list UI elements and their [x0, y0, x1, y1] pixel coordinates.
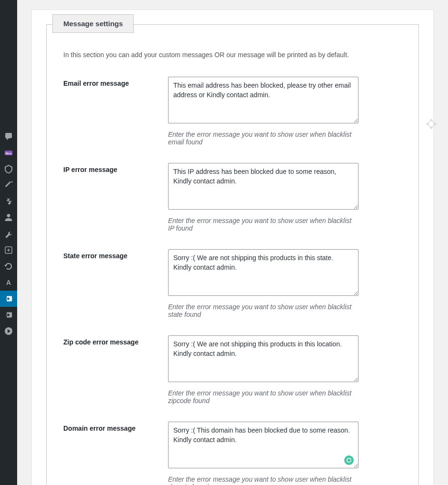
intro-text: In this section you can add your custom …: [63, 51, 402, 59]
settings-panel: Message settings In this section you can…: [31, 10, 434, 485]
sidebar-item-appearance[interactable]: [0, 177, 17, 193]
admin-sidebar: Woo A: [0, 0, 17, 485]
sidebar-item-refresh[interactable]: [0, 258, 17, 274]
label-zip: Zip code error message: [63, 335, 168, 346]
textarea-zip[interactable]: Sorry :( We are not shipping this produc…: [168, 335, 358, 382]
label-ip: IP error message: [63, 163, 168, 173]
row-zip: Zip code error message Sorry :( We are n…: [63, 335, 402, 404]
row-ip: IP error message This IP address has bee…: [63, 163, 402, 232]
sidebar-item-woocommerce[interactable]: Woo: [0, 145, 17, 161]
sidebar-item-plugin-settings[interactable]: [0, 291, 17, 307]
textarea-domain[interactable]: Sorry :( This domain has been blocked du…: [168, 422, 358, 468]
field-email: This email address has been blocked, ple…: [168, 77, 358, 146]
field-state: Sorry :( We are not shipping this produc…: [168, 249, 358, 318]
hint-ip: Enter the error message you want to show…: [168, 217, 358, 232]
grammarly-icon[interactable]: [344, 455, 354, 465]
svg-text:A: A: [6, 279, 11, 286]
label-email: Email error message: [63, 77, 168, 87]
row-domain: Domain error message Sorry :( This domai…: [63, 422, 402, 485]
sidebar-item-settings[interactable]: [0, 307, 17, 323]
fieldset-legend: Message settings: [52, 14, 134, 33]
decorative-diamond-icon: [425, 117, 438, 131]
sidebar-item-products[interactable]: [0, 161, 17, 177]
sidebar-item-extra[interactable]: [0, 242, 17, 258]
field-zip: Sorry :( We are not shipping this produc…: [168, 335, 358, 404]
textarea-email[interactable]: This email address has been blocked, ple…: [168, 77, 358, 123]
row-email: Email error message This email address h…: [63, 77, 402, 146]
hint-email: Enter the error message you want to show…: [168, 131, 358, 146]
svg-text:Woo: Woo: [6, 152, 12, 155]
sidebar-item-media[interactable]: [0, 323, 17, 339]
hint-zip: Enter the error message you want to show…: [168, 389, 358, 404]
sidebar-item-users[interactable]: [0, 210, 17, 226]
field-domain: Sorry :( This domain has been blocked du…: [168, 422, 358, 485]
label-state: State error message: [63, 249, 168, 260]
main-content: Message settings In this section you can…: [17, 0, 448, 485]
hint-domain: Enter the error message you want to show…: [168, 475, 358, 485]
sidebar-item-plugins[interactable]: [0, 193, 17, 210]
label-domain: Domain error message: [63, 422, 168, 432]
textarea-state[interactable]: Sorry :( We are not shipping this produc…: [168, 249, 358, 296]
hint-state: Enter the error message you want to show…: [168, 303, 358, 318]
textarea-ip[interactable]: This IP address has been blocked due to …: [168, 163, 358, 210]
sidebar-item-typography[interactable]: A: [0, 274, 17, 291]
row-state: State error message Sorry :( We are not …: [63, 249, 402, 318]
field-ip: This IP address has been blocked due to …: [168, 163, 358, 232]
sidebar-item-comments[interactable]: [0, 129, 17, 145]
message-settings-fieldset: Message settings In this section you can…: [46, 24, 419, 485]
sidebar-item-tools[interactable]: [0, 226, 17, 242]
